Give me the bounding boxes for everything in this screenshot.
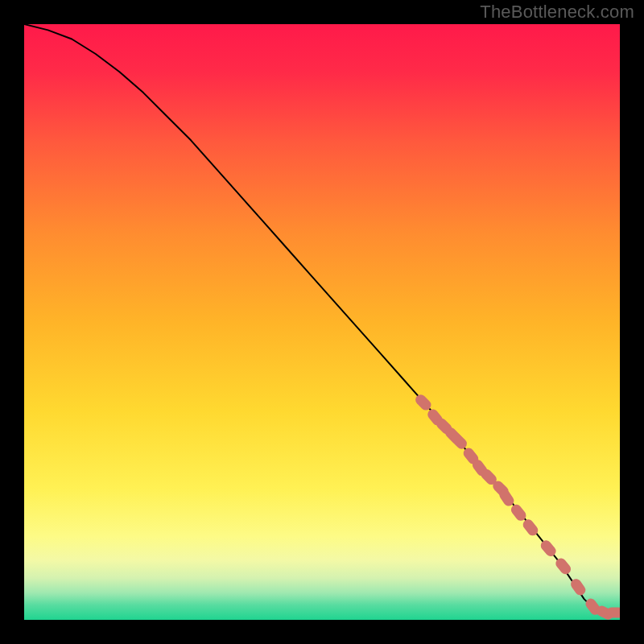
highlight-dots <box>413 393 620 620</box>
chart-svg <box>24 24 620 620</box>
chart-frame: TheBottleneck.com <box>0 0 644 644</box>
dot <box>539 539 558 559</box>
plot-area <box>24 24 620 620</box>
dot <box>606 608 620 618</box>
watermark-text: TheBottleneck.com <box>480 2 634 23</box>
